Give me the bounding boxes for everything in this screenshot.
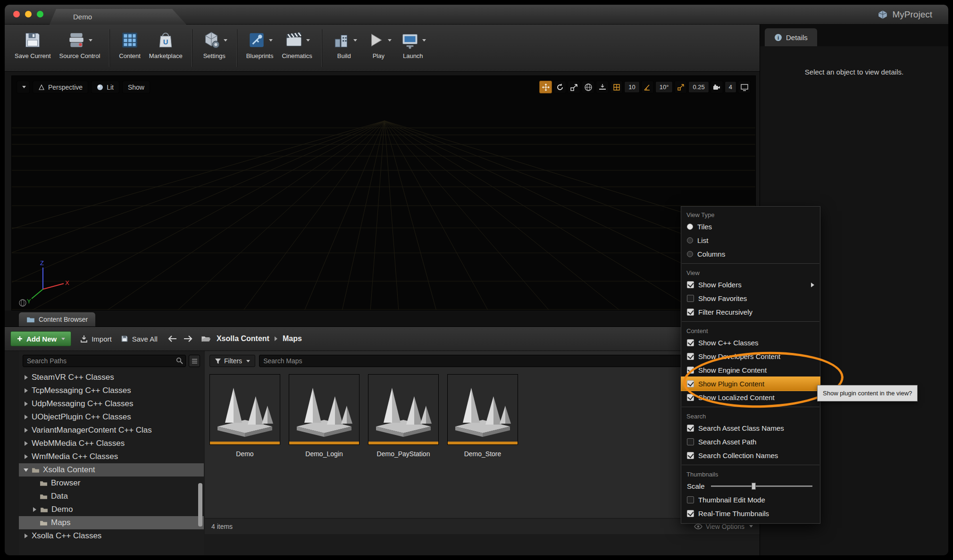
menu-item-search-asset-path[interactable]: Search Asset Path	[681, 435, 820, 449]
expander-collapsed-icon[interactable]	[24, 427, 28, 433]
grid-snap-toggle-button[interactable]	[610, 81, 623, 93]
toolbar-button-build[interactable]: Build	[327, 28, 361, 60]
viewport-show-button[interactable]: Show	[122, 81, 150, 93]
toolbar-button-source-control[interactable]: Source Control	[55, 28, 105, 60]
tree-item-xsolla-content[interactable]: Xsolla Content	[19, 463, 204, 476]
content-browser-panel: Content Browser Add New Import Save All	[5, 310, 760, 555]
scale-slider-track[interactable]	[711, 485, 812, 487]
grid-snap-value[interactable]: 10	[624, 81, 639, 93]
menu-item-list[interactable]: List	[681, 234, 820, 247]
viewport-perspective-button[interactable]: Perspective	[33, 81, 88, 93]
viewport-lit-button[interactable]: Lit	[91, 81, 119, 93]
import-button[interactable]: Import	[80, 334, 112, 343]
toolbar-button-content[interactable]: Content	[115, 28, 145, 60]
tree-item[interactable]: Browser	[19, 476, 204, 490]
maximize-viewport-button[interactable]	[738, 81, 751, 93]
tree-item[interactable]: Data	[19, 490, 204, 503]
viewport-options-button[interactable]	[17, 81, 30, 93]
back-arrow-icon[interactable]	[168, 335, 177, 343]
scale-snap-value[interactable]: 0.25	[688, 81, 709, 93]
zoom-window-button[interactable]	[37, 11, 43, 17]
expander-collapsed-icon[interactable]	[24, 414, 28, 420]
asset-tile-demo-store[interactable]: Demo_Store	[447, 375, 518, 458]
asset-tile-demo-login[interactable]: Demo_Login	[289, 375, 359, 458]
rotate-tool-button[interactable]	[553, 81, 566, 93]
tree-item[interactable]: TcpMessaging C++ Classes	[19, 384, 204, 397]
expander-collapsed-icon[interactable]	[24, 375, 28, 380]
toolbar-button-marketplace[interactable]: U Marketplace	[145, 28, 187, 60]
folder-icon	[32, 467, 40, 473]
scrollbar-thumb[interactable]	[198, 483, 202, 527]
level-viewport[interactable]: Perspective Lit Show 10 10° 0.25	[11, 75, 756, 310]
menu-item-show-localized-content[interactable]: Show Localized Content	[681, 391, 820, 404]
surface-snap-button[interactable]	[596, 81, 609, 93]
menu-item-show-developers-content[interactable]: Show Developers Content	[681, 350, 820, 363]
add-new-button[interactable]: Add New	[10, 331, 71, 346]
rotation-snap-value[interactable]: 10°	[655, 81, 673, 93]
menu-item-show-engine-content[interactable]: Show Engine Content	[681, 363, 820, 377]
checkbox-icon	[687, 496, 694, 503]
expander-expanded-icon[interactable]	[24, 467, 28, 473]
menu-item-real-time-thumbnails[interactable]: Real-Time Thumbnails	[681, 507, 820, 520]
breadcrumb-current[interactable]: Maps	[283, 334, 302, 343]
menu-item-tiles[interactable]: Tiles	[681, 220, 820, 234]
world-local-toggle-button[interactable]	[582, 81, 594, 93]
toolbar-button-play[interactable]: Play	[361, 28, 396, 60]
toolbar-button-launch[interactable]: Launch	[396, 28, 430, 60]
scale-tool-button[interactable]	[568, 81, 580, 93]
dropdown-arrow-icon	[22, 86, 26, 88]
checkbox-icon	[687, 425, 694, 432]
tree-item[interactable]: WebMMedia C++ Classes	[19, 437, 204, 450]
expander-collapsed-icon[interactable]	[24, 441, 28, 446]
camera-speed-value[interactable]: 4	[725, 81, 736, 93]
settings-icon	[201, 30, 221, 50]
tree-item[interactable]: SteamVR C++ Classes	[19, 371, 204, 384]
forward-arrow-icon[interactable]	[183, 335, 192, 343]
camera-speed-button[interactable]	[711, 81, 723, 93]
tree-item[interactable]: WmfMedia C++ Classes	[19, 450, 204, 463]
scale-slider-handle[interactable]	[752, 483, 756, 490]
asset-tile-demo-paystation[interactable]: Demo_PayStation	[368, 375, 439, 458]
menu-item-show-favorites[interactable]: Show Favorites	[681, 292, 820, 305]
tree-item[interactable]: UdpMessaging C++ Classes	[19, 397, 204, 410]
tree-item[interactable]: UObjectPlugin C++ Classes	[19, 410, 204, 424]
menu-item-search-asset-class-names[interactable]: Search Asset Class Names	[681, 421, 820, 435]
tree-item[interactable]: VariantManagerContent C++ Clas	[19, 424, 204, 437]
menu-item-search-collection-names[interactable]: Search Collection Names	[681, 449, 820, 462]
tree-item[interactable]: Demo	[19, 503, 204, 516]
sources-view-toggle-button[interactable]	[189, 355, 200, 367]
toolbar-button-blueprints[interactable]: Blueprints	[242, 28, 278, 60]
translate-tool-button[interactable]	[539, 81, 552, 93]
tree-item-maps[interactable]: Maps	[19, 516, 204, 529]
asset-tile-demo[interactable]: Demo	[209, 375, 280, 458]
toolbar-button-cinematics[interactable]: Cinematics	[277, 28, 316, 60]
menu-item-columns[interactable]: Columns	[681, 247, 820, 261]
expander-collapsed-icon[interactable]	[32, 507, 37, 512]
expander-collapsed-icon[interactable]	[24, 401, 28, 407]
menu-item-filter-recursively[interactable]: Filter Recursively	[681, 305, 820, 319]
level-tab[interactable]: Demo	[50, 9, 186, 25]
expander-collapsed-icon[interactable]	[24, 388, 28, 393]
toolbar-button-save-current[interactable]: Save Current	[10, 28, 55, 60]
close-window-button[interactable]	[13, 11, 20, 17]
tree-item[interactable]: Xsolla C++ Classes	[19, 529, 204, 543]
rotation-snap-toggle-button[interactable]	[641, 81, 654, 93]
menu-item-thumbnail-edit-mode[interactable]: Thumbnail Edit Mode	[681, 493, 820, 507]
save-all-button[interactable]: Save All	[120, 334, 158, 343]
filters-button[interactable]: Filters	[209, 355, 255, 367]
toolbar-button-settings[interactable]: Settings	[197, 28, 232, 60]
scale-snap-icon	[677, 83, 685, 92]
menu-item-show-folders[interactable]: Show Folders	[681, 278, 820, 292]
map-thumbnail	[448, 375, 518, 444]
tab-details[interactable]: i Details	[765, 28, 817, 46]
expander-collapsed-icon[interactable]	[24, 454, 28, 460]
minimize-window-button[interactable]	[25, 11, 32, 17]
scale-snap-toggle-button[interactable]	[674, 81, 687, 93]
menu-item-thumbnail-scale[interactable]: Scale	[681, 479, 820, 493]
tab-content-browser[interactable]: Content Browser	[19, 312, 95, 326]
breadcrumb-root[interactable]: Xsolla Content	[217, 334, 269, 343]
menu-item-show-plugin-content[interactable]: Show Plugin Content	[681, 377, 820, 391]
menu-item-show-cpp-classes[interactable]: Show C++ Classes	[681, 336, 820, 350]
expander-collapsed-icon[interactable]	[24, 533, 28, 539]
search-paths-input[interactable]	[23, 355, 186, 367]
